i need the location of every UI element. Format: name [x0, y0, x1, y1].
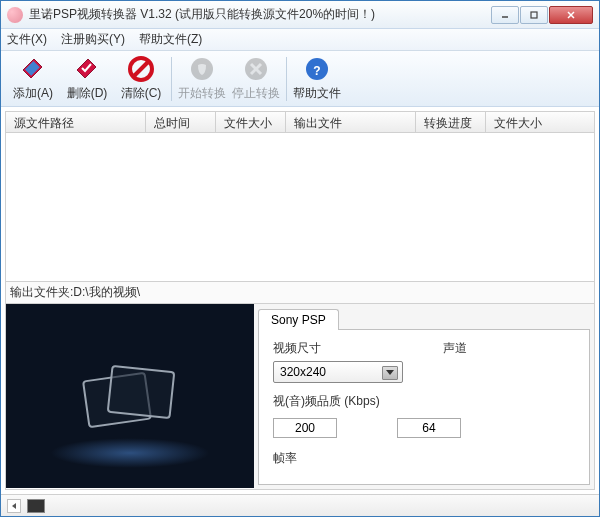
start-icon: [188, 55, 216, 83]
bottom-panel: Sony PSP 视频尺寸 320x240 声道: [5, 304, 595, 490]
clear-label: 清除(C): [121, 85, 162, 102]
clear-button[interactable]: 清除(C): [115, 53, 167, 105]
add-label: 添加(A): [13, 85, 53, 102]
bitrate-label: 视(音)频品质 (Kbps): [273, 393, 575, 410]
col-totaltime[interactable]: 总时间: [146, 112, 216, 132]
statusbar: [1, 494, 599, 516]
tab-body: 视频尺寸 320x240 声道 视(音)频品质 (Kbps): [258, 329, 590, 485]
channel-label: 声道: [443, 340, 467, 357]
window-title: 里诺PSP视频转换器 V1.32 (试用版只能转换源文件20%的时间！): [29, 6, 491, 23]
svg-line-8: [134, 62, 148, 76]
prev-button[interactable]: [7, 499, 21, 513]
col-output[interactable]: 输出文件: [286, 112, 416, 132]
clear-icon: [127, 55, 155, 83]
help-label: 帮助文件: [293, 85, 341, 102]
col-progress[interactable]: 转换进度: [416, 112, 486, 132]
help-button[interactable]: ? 帮助文件: [291, 53, 343, 105]
output-folder-value[interactable]: D:\我的视频\: [73, 284, 140, 301]
menu-file[interactable]: 文件(X): [7, 31, 47, 48]
col-filesize[interactable]: 文件大小: [216, 112, 286, 132]
preview-panel: [6, 304, 254, 488]
start-label: 开始转换: [178, 85, 226, 102]
tab-sony-psp[interactable]: Sony PSP: [258, 309, 339, 330]
window-controls: [491, 6, 593, 24]
titlebar: 里诺PSP视频转换器 V1.32 (试用版只能转换源文件20%的时间！): [1, 1, 599, 29]
delete-icon: [73, 55, 101, 83]
delete-button[interactable]: 删除(D): [61, 53, 113, 105]
app-window: 里诺PSP视频转换器 V1.32 (试用版只能转换源文件20%的时间！) 文件(…: [0, 0, 600, 517]
svg-rect-1: [531, 12, 537, 18]
output-folder-label: 输出文件夹:: [10, 284, 73, 301]
add-button[interactable]: 添加(A): [7, 53, 59, 105]
add-icon: [19, 55, 47, 83]
app-icon: [7, 7, 23, 23]
close-button[interactable]: [549, 6, 593, 24]
settings-panel: Sony PSP 视频尺寸 320x240 声道: [254, 304, 594, 489]
videosize-combo[interactable]: 320x240: [273, 361, 403, 383]
audio-bitrate-input[interactable]: [397, 418, 461, 438]
videosize-value: 320x240: [280, 365, 326, 379]
menu-help[interactable]: 帮助文件(Z): [139, 31, 202, 48]
video-bitrate-input[interactable]: [273, 418, 337, 438]
list-header: 源文件路径 总时间 文件大小 输出文件 转换进度 文件大小: [5, 111, 595, 133]
menubar: 文件(X) 注册购买(Y) 帮助文件(Z): [1, 29, 599, 51]
framerate-label: 帧率: [273, 450, 575, 467]
chevron-down-icon: [386, 370, 394, 375]
maximize-button[interactable]: [520, 6, 548, 24]
output-folder-row: 输出文件夹: D:\我的视频\: [5, 282, 595, 304]
preview-glow: [50, 438, 210, 468]
menu-register[interactable]: 注册购买(Y): [61, 31, 125, 48]
stop-label: 停止转换: [232, 85, 280, 102]
svg-marker-15: [12, 503, 16, 509]
delete-label: 删除(D): [67, 85, 108, 102]
screen-icon: [27, 499, 45, 513]
toolbar: 添加(A) 删除(D) 清除(C) 开始转换 停止转换 ? 帮助文件: [1, 51, 599, 107]
film-icon: [85, 364, 175, 428]
file-list[interactable]: [5, 133, 595, 282]
toolbar-separator: [286, 57, 287, 101]
stop-icon: [242, 55, 270, 83]
svg-text:?: ?: [313, 64, 320, 78]
videosize-label: 视频尺寸: [273, 340, 403, 357]
stop-button: 停止转换: [230, 53, 282, 105]
col-srcpath[interactable]: 源文件路径: [6, 112, 146, 132]
col-outsize[interactable]: 文件大小: [486, 112, 594, 132]
start-button: 开始转换: [176, 53, 228, 105]
minimize-button[interactable]: [491, 6, 519, 24]
content-area: 源文件路径 总时间 文件大小 输出文件 转换进度 文件大小 输出文件夹: D:\…: [1, 107, 599, 494]
toolbar-separator: [171, 57, 172, 101]
help-icon: ?: [303, 55, 331, 83]
